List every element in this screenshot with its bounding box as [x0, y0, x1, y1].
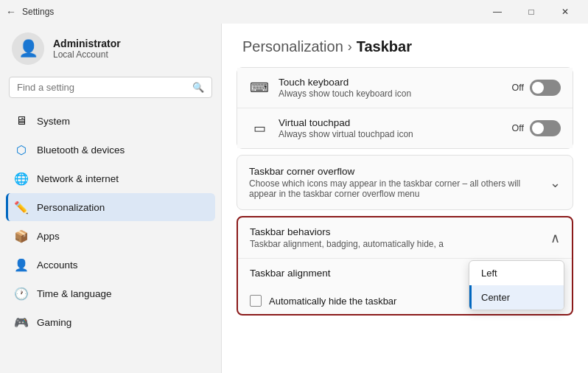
- overflow-text: Taskbar corner overflow Choose which ico…: [249, 166, 550, 199]
- chevron-up-icon: ∧: [550, 230, 560, 246]
- sidebar-item-accounts[interactable]: 👤 Accounts: [6, 251, 215, 279]
- app-body: 👤 Administrator Local Account 🔍 🖥 System…: [0, 24, 588, 373]
- keyboard-touchpad-section: ⌨ Touch keyboard Always show touch keybo…: [237, 67, 573, 149]
- title-bar: ← Settings — □ ✕: [0, 0, 588, 24]
- autohide-checkbox[interactable]: [250, 295, 262, 307]
- touch-keyboard-text: Touch keyboard Always show touch keyboar…: [279, 77, 503, 99]
- breadcrumb-sep: ›: [348, 39, 352, 55]
- behaviors-text: Taskbar behaviors Taskbar alignment, bad…: [250, 226, 550, 249]
- keyboard-icon: ⌨: [249, 77, 270, 98]
- sidebar-item-system[interactable]: 🖥 System: [6, 107, 215, 135]
- dropdown-item-center[interactable]: Center: [469, 285, 564, 310]
- alignment-dropdown[interactable]: Left Center: [469, 260, 564, 310]
- content: Personalization › Taskbar ⌨ Touch keyboa…: [221, 24, 588, 373]
- sidebar-item-network[interactable]: 🌐 Network & internet: [6, 164, 215, 192]
- sidebar-item-time[interactable]: 🕐 Time & language: [6, 279, 215, 307]
- breadcrumb-current: Taskbar: [357, 38, 412, 55]
- content-header: Personalization › Taskbar: [222, 24, 588, 67]
- behaviors-header[interactable]: Taskbar behaviors Taskbar alignment, bad…: [238, 217, 572, 259]
- minimize-button[interactable]: —: [480, 0, 514, 24]
- touch-keyboard-toggle[interactable]: [530, 80, 561, 96]
- network-icon: 🌐: [15, 172, 28, 185]
- alignment-row: Taskbar alignment Center Left Center: [238, 259, 572, 287]
- taskbar-corner-overflow-section[interactable]: Taskbar corner overflow Choose which ico…: [237, 155, 573, 210]
- virtual-touchpad-off-label: Off: [512, 123, 524, 133]
- sidebar-item-bluetooth[interactable]: ⬡ Bluetooth & devices: [6, 136, 215, 164]
- overflow-title: Taskbar corner overflow: [249, 166, 550, 177]
- sidebar-item-label: Personalization: [37, 202, 206, 213]
- close-button[interactable]: ✕: [548, 0, 582, 24]
- bluetooth-icon: ⬡: [15, 143, 28, 156]
- touch-keyboard-control: Off: [512, 80, 561, 96]
- sidebar-item-label: Accounts: [37, 259, 206, 271]
- system-icon: 🖥: [15, 114, 28, 128]
- breadcrumb: Personalization › Taskbar: [242, 38, 567, 55]
- breadcrumb-parent: Personalization: [242, 38, 343, 55]
- user-role: Local Account: [53, 49, 121, 60]
- taskbar-behaviors-section: Taskbar behaviors Taskbar alignment, bad…: [237, 216, 573, 316]
- overflow-subtitle: Choose which icons may appear in the tas…: [249, 178, 550, 199]
- title-bar-left: ← Settings: [6, 6, 54, 18]
- search-box[interactable]: 🔍: [9, 77, 212, 98]
- sidebar-item-label: Network & internet: [37, 173, 206, 184]
- virtual-touchpad-row: ▭ Virtual touchpad Always show virtual t…: [237, 108, 573, 148]
- user-profile[interactable]: 👤 Administrator Local Account: [0, 24, 221, 77]
- sidebar-item-gaming[interactable]: 🎮 Gaming: [6, 308, 215, 336]
- maximize-button[interactable]: □: [514, 0, 548, 24]
- sidebar-item-label: Apps: [37, 231, 206, 242]
- touch-keyboard-title: Touch keyboard: [279, 77, 503, 88]
- gaming-icon: 🎮: [15, 316, 28, 329]
- user-name: Administrator: [53, 38, 121, 49]
- virtual-touchpad-control: Off: [512, 120, 561, 136]
- avatar: 👤: [12, 32, 44, 65]
- autohide-label: Automatically hide the taskbar: [269, 296, 396, 307]
- apps-icon: 📦: [15, 229, 28, 243]
- dropdown-item-left[interactable]: Left: [469, 261, 564, 285]
- search-icon: 🔍: [192, 82, 204, 93]
- touch-keyboard-off-label: Off: [512, 83, 524, 93]
- sidebar-item-personalization[interactable]: ✏️ Personalization: [6, 193, 215, 221]
- nav-items: 🖥 System ⬡ Bluetooth & devices 🌐 Network…: [0, 104, 221, 339]
- user-info: Administrator Local Account: [53, 38, 121, 60]
- chevron-down-icon: ⌄: [550, 175, 561, 191]
- touchpad-icon: ▭: [249, 118, 270, 139]
- sidebar: 👤 Administrator Local Account 🔍 🖥 System…: [0, 24, 221, 373]
- behaviors-title: Taskbar behaviors: [250, 226, 550, 237]
- sidebar-item-label: Time & language: [37, 288, 206, 299]
- virtual-touchpad-toggle[interactable]: [530, 120, 561, 136]
- title-bar-controls: — □ ✕: [480, 0, 582, 24]
- search-input[interactable]: [17, 82, 186, 93]
- sidebar-item-apps[interactable]: 📦 Apps: [6, 222, 215, 250]
- personalization-icon: ✏️: [15, 201, 28, 214]
- title-bar-title: Settings: [22, 7, 54, 17]
- virtual-touchpad-text: Virtual touchpad Always show virtual tou…: [279, 117, 503, 139]
- touch-keyboard-subtitle: Always show touch keyboard icon: [279, 88, 503, 99]
- back-button[interactable]: ←: [6, 6, 16, 18]
- virtual-touchpad-title: Virtual touchpad: [279, 117, 503, 128]
- touch-keyboard-row: ⌨ Touch keyboard Always show touch keybo…: [237, 68, 573, 108]
- accounts-icon: 👤: [15, 258, 28, 271]
- behaviors-subtitle: Taskbar alignment, badging, automaticall…: [250, 239, 550, 249]
- time-icon: 🕐: [15, 287, 28, 300]
- taskbar-corner-overflow-row[interactable]: Taskbar corner overflow Choose which ico…: [237, 156, 573, 209]
- sidebar-item-label: Bluetooth & devices: [37, 144, 206, 156]
- sidebar-item-label: System: [37, 116, 206, 127]
- sidebar-item-label: Gaming: [37, 317, 206, 328]
- virtual-touchpad-subtitle: Always show virtual touchpad icon: [279, 129, 503, 139]
